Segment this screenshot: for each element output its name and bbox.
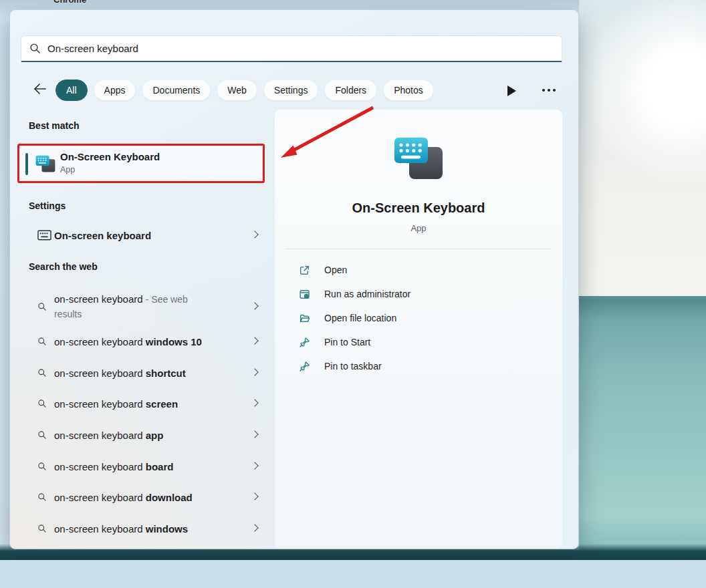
suggestion-text: on-screen keyboard [54,398,146,410]
web-suggestion-item[interactable]: on-screen keyboard screen [19,392,275,416]
action-pin-to-taskbar[interactable]: Pin to taskbar [275,354,562,378]
web-suggestion-item[interactable]: on-screen keyboard windows 10 [19,329,275,353]
search-icon [37,430,47,440]
action-label: Run as administrator [324,289,410,299]
chevron-right-icon [251,302,258,309]
best-match-title: On-Screen Keyboard [60,151,160,162]
web-suggestion-item[interactable]: on-screen keyboard board [19,454,275,478]
chevron-right-icon [251,337,258,344]
suggestion-text: on-screen keyboard [54,293,146,305]
web-suggestion-item[interactable]: on-screen keyboard windows [19,517,275,541]
web-suggestion-item[interactable]: on-screen keyboard download [19,485,275,509]
wallpaper-lake [579,296,706,560]
search-icon [37,524,47,533]
taskbar: Search Ps W T [0,560,706,588]
tab-apps[interactable]: Apps [94,80,136,101]
action-open-file-location[interactable]: Open file location [275,306,562,330]
search-icon [37,462,47,471]
on-screen-keyboard-app-icon [35,154,56,174]
back-arrow-icon[interactable] [33,82,47,96]
chevron-right-icon [251,430,258,438]
wallpaper-sky [579,0,706,297]
action-open[interactable]: Open [275,258,562,282]
settings-result-item[interactable]: On-screen keyboard [19,221,275,249]
suggestion-bold: windows 10 [146,336,202,347]
suggestion-bold: download [146,492,193,503]
action-list: Open Run as administrator Open file [275,258,562,378]
search-input[interactable] [47,43,554,54]
divider [285,249,552,249]
search-icon [37,399,47,408]
suggestion-text: on-screen keyboard [54,368,146,379]
filter-tabs-row: All Apps Documents Web Settings Folders … [10,77,579,108]
search-icon [37,302,47,311]
suggestion-text: on-screen keyboard [54,461,146,472]
best-match-subtitle: App [60,165,75,174]
search-icon [37,337,47,346]
tab-photos[interactable]: Photos [383,80,434,101]
more-options-icon[interactable] [542,89,556,92]
chevron-right-icon [251,492,258,500]
suggestion-bold: screen [146,398,178,410]
filter-pills: All Apps Documents Web Settings Folders … [55,77,434,104]
pin-icon [299,337,310,348]
suggestion-text: on-screen keyboard [54,336,146,347]
action-run-as-administrator[interactable]: Run as administrator [275,282,562,306]
tab-documents[interactable]: Documents [142,80,211,101]
action-pin-to-start[interactable]: Pin to Start [275,330,562,354]
search-flyout-window: All Apps Documents Web Settings Folders … [9,9,579,549]
tab-web[interactable]: Web [217,80,257,101]
desktop-wallpaper [579,0,706,560]
search-icon [37,492,47,502]
suggestion-bold: windows [146,523,188,535]
chevron-right-icon [251,231,258,238]
keyboard-outline-icon [37,230,51,241]
tab-folders[interactable]: Folders [324,80,377,101]
action-label: Pin to Start [324,337,370,347]
suggestion-text: on-screen keyboard [54,523,146,535]
open-icon [299,265,310,276]
action-label: Pin to taskbar [324,361,382,372]
search-box[interactable] [21,35,562,62]
play-icon[interactable] [507,86,516,96]
action-label: Open [324,265,347,275]
chevron-right-icon [251,524,258,531]
folder-icon [299,313,310,324]
chevron-right-icon [251,368,258,376]
on-screen-keyboard-app-icon-large [391,135,446,183]
desktop: Chrome All Apps Documents Web Setti [0,0,706,588]
selection-indicator-bar [25,153,28,175]
suggestion-bold: app [146,430,164,441]
suggestion-text: on-screen keyboard [54,492,146,503]
settings-header: Settings [29,200,66,211]
suggestion-bold: shortcut [146,368,186,379]
run-as-administrator-icon [299,289,310,300]
tab-all[interactable]: All [55,80,88,101]
suggestion-bold: board [146,461,174,472]
action-label: Open file location [324,313,396,323]
chevron-right-icon [251,462,258,469]
cropped-window-title: Chrome [53,0,86,6]
pin-icon [299,361,310,372]
web-suggestion-item[interactable]: on-screen keyboard app [19,423,275,447]
preview-subtitle: App [275,223,562,233]
web-suggestion-item[interactable]: on-screen keyboard - See web results [19,289,275,324]
preview-title: On-Screen Keyboard [275,200,562,216]
search-the-web-header: Search the web [29,261,98,272]
chevron-right-icon [251,399,258,406]
search-icon [37,368,47,378]
preview-panel: On-Screen Keyboard App Open [275,110,562,549]
suggestion-text: on-screen keyboard [54,430,146,441]
web-suggestion-item[interactable]: on-screen keyboard shortcut [19,361,275,385]
settings-result-label: On-screen keyboard [54,229,209,243]
search-icon [29,43,41,54]
best-match-item[interactable]: On-Screen Keyboard App [20,146,262,180]
best-match-header: Best match [29,120,79,131]
tab-settings[interactable]: Settings [263,80,319,101]
